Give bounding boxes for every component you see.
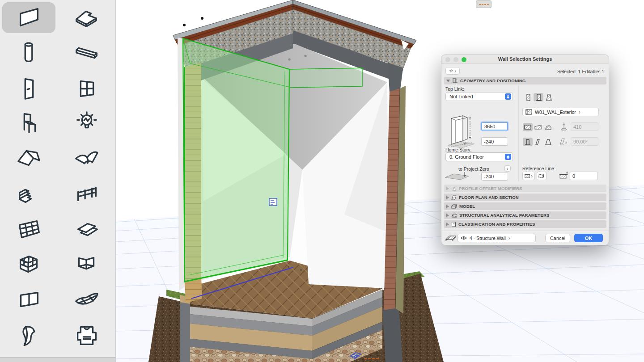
complexity-straight-button[interactable] bbox=[523, 93, 533, 101]
shape-trapezoid-button[interactable] bbox=[533, 123, 543, 131]
shape-straight-button[interactable] bbox=[523, 123, 533, 131]
slant-vertical-button[interactable] bbox=[523, 138, 533, 146]
complexity-slanted-button[interactable] bbox=[544, 93, 554, 101]
lamp-icon bbox=[68, 110, 106, 138]
complexity-profiled-button[interactable] bbox=[534, 93, 543, 101]
battered-wall-icon bbox=[546, 94, 552, 101]
roof-tool-button[interactable] bbox=[0, 141, 58, 177]
disclosure-closed-icon bbox=[446, 223, 449, 226]
selection-status: Selected: 1 Editable: 1 bbox=[557, 69, 604, 74]
chair-icon bbox=[10, 110, 48, 138]
vertical-wall-icon bbox=[525, 139, 531, 145]
to-project-zero-field[interactable]: -240 bbox=[481, 172, 508, 181]
composite-select[interactable]: W01_WAL_Exterior › bbox=[522, 108, 599, 116]
door-tool-button[interactable] bbox=[0, 71, 58, 106]
slant-double-button[interactable] bbox=[543, 138, 553, 146]
eye-icon bbox=[461, 236, 467, 240]
stair-tool-button[interactable] bbox=[0, 177, 58, 212]
section-classification-and-properties[interactable]: CLASSIFICATION AND PROPERTIES bbox=[444, 220, 606, 228]
slab-tool-button[interactable] bbox=[58, 0, 115, 35]
star-icon: ☆ bbox=[449, 68, 453, 74]
mesh-icon bbox=[68, 286, 106, 314]
lamp-tool-button[interactable] bbox=[58, 106, 115, 141]
column-icon bbox=[10, 39, 48, 67]
object-tool-button[interactable] bbox=[0, 106, 58, 141]
curtain-wall-icon bbox=[10, 216, 48, 244]
dialog-titlebar[interactable]: Wall Selection Settings bbox=[441, 55, 609, 64]
ok-button[interactable]: OK bbox=[574, 234, 603, 242]
panel-tool-button[interactable] bbox=[0, 282, 58, 318]
top-link-select[interactable]: Not Linked bbox=[445, 92, 513, 101]
favorites-button[interactable]: ☆› bbox=[445, 67, 460, 75]
top-link-value: Not Linked bbox=[449, 94, 505, 99]
window-icon bbox=[68, 75, 106, 102]
home-story-select[interactable]: 0. Ground Floor bbox=[445, 152, 513, 161]
section-profile-offset-modifiers: PROFILE OFFSET MODIFIERS bbox=[444, 185, 606, 192]
corner-window-tool-button[interactable] bbox=[58, 247, 115, 282]
cancel-button[interactable]: Cancel bbox=[545, 234, 570, 242]
stepper-icon bbox=[505, 154, 511, 160]
polygon-section-icon bbox=[545, 125, 552, 130]
structural-icon bbox=[451, 213, 457, 218]
skylight-icon bbox=[68, 216, 106, 244]
railing-tool-button[interactable] bbox=[58, 177, 115, 212]
shell-tool-button[interactable] bbox=[58, 141, 115, 177]
skylight-tool-button[interactable] bbox=[58, 212, 115, 247]
straight-section-icon bbox=[524, 125, 531, 130]
wall-bottom-offset-field[interactable]: -240 bbox=[481, 137, 508, 146]
morph-tool-button[interactable] bbox=[0, 318, 58, 353]
thickness-anchor-icon bbox=[560, 122, 568, 131]
disclosure-closed-icon bbox=[446, 205, 449, 208]
collapsed-palette[interactable] bbox=[476, 0, 491, 8]
wall-height-field[interactable]: 3650 bbox=[481, 122, 508, 130]
railing-icon bbox=[68, 181, 106, 208]
curtain-wall-tool-button[interactable] bbox=[0, 212, 58, 247]
home-story-label: Home Story: bbox=[445, 147, 471, 152]
slant-single-button[interactable] bbox=[533, 138, 543, 146]
wall-tool-button[interactable] bbox=[2, 2, 55, 33]
beam-tool-button[interactable] bbox=[58, 35, 115, 71]
window-tool-button[interactable] bbox=[58, 71, 115, 106]
shape-polygonal-button[interactable] bbox=[543, 123, 553, 131]
slab-icon bbox=[68, 4, 106, 32]
double-slanted-wall-icon bbox=[545, 139, 551, 145]
disclosure-open-icon bbox=[446, 80, 450, 82]
section-label: STRUCTURAL ANALYTICAL PARAMETERS bbox=[459, 213, 550, 218]
section-floor-plan-and-section[interactable]: FLOOR PLAN AND SECTION bbox=[444, 194, 606, 201]
reference-line-position-button[interactable]: › bbox=[522, 172, 535, 180]
section-model[interactable]: MODEL bbox=[444, 202, 606, 210]
project-zero-menu-button[interactable]: › bbox=[504, 165, 511, 172]
reference-offset-value: 0 bbox=[572, 173, 575, 179]
layer-value: 4 - Structure.Wall bbox=[470, 236, 506, 241]
curtain-wall-frame-tool-button[interactable] bbox=[0, 247, 58, 282]
zone-tool-button[interactable] bbox=[58, 318, 115, 353]
project-zero-slab-icon bbox=[444, 171, 470, 181]
trapezoid-section-icon bbox=[534, 125, 542, 130]
layer-select[interactable]: 4 - Structure.Wall › bbox=[458, 234, 536, 242]
section-label: CLASSIFICATION AND PROPERTIES bbox=[458, 222, 535, 227]
section-geometry-and-positioning[interactable]: GEOMETRY AND POSITIONING bbox=[444, 77, 606, 84]
section-structural-analytical-parameters[interactable]: STRUCTURAL ANALYTICAL PARAMETERS bbox=[444, 211, 606, 219]
floor-plan-icon bbox=[451, 195, 457, 200]
straight-wall-icon bbox=[525, 94, 531, 101]
reference-line-label: Reference Line: bbox=[522, 166, 555, 171]
panel-icon bbox=[10, 286, 48, 314]
element-info-tag[interactable] bbox=[269, 198, 277, 206]
disclosure-closed-icon bbox=[446, 187, 449, 190]
flip-reference-side-button[interactable] bbox=[537, 172, 547, 180]
roof-icon bbox=[10, 145, 48, 173]
mesh-tool-button[interactable] bbox=[58, 282, 115, 318]
reference-offset-field[interactable]: 0 bbox=[570, 172, 598, 180]
chevron-right-icon: › bbox=[508, 236, 510, 241]
wall-selection-settings-dialog: Wall Selection Settings ☆› Selected: 1 E… bbox=[441, 55, 609, 245]
toolbox-scrollbar[interactable] bbox=[0, 357, 115, 362]
disclosure-closed-icon bbox=[446, 214, 449, 217]
wall-bottom-offset-value: -240 bbox=[484, 139, 494, 144]
composite-name: W01_WAL_Exterior bbox=[535, 109, 576, 115]
hotspot-dot[interactable] bbox=[201, 17, 203, 20]
stair-icon bbox=[10, 181, 48, 208]
chevron-right-icon: › bbox=[579, 109, 580, 115]
section-label: GEOMETRY AND POSITIONING bbox=[460, 78, 525, 83]
hotspot-dot[interactable] bbox=[183, 24, 186, 26]
column-tool-button[interactable] bbox=[0, 35, 58, 71]
